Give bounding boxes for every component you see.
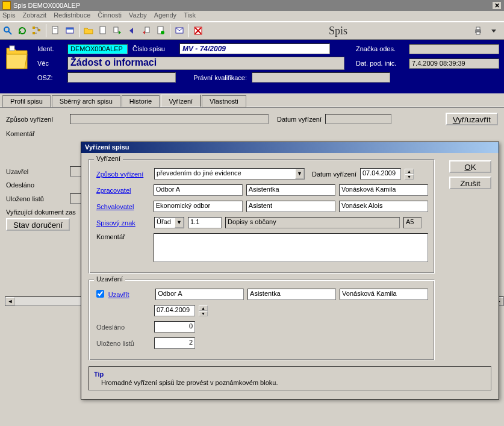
- spis-znak-desc: Dopisy s občany: [225, 217, 400, 228]
- tab-vlastnosti[interactable]: Vlastnosti: [202, 95, 246, 107]
- vyrizeni-group: Vyřízení Způsob vyřízení převedením do j…: [89, 159, 435, 274]
- svg-rect-5: [52, 27, 58, 34]
- tb-card-icon[interactable]: [63, 24, 76, 37]
- svg-point-13: [161, 31, 164, 34]
- pravni-label: Právní kvalifikace:: [181, 74, 247, 81]
- tb-doc2-icon[interactable]: [96, 24, 110, 37]
- schvalovatel-link[interactable]: Schvalovatel: [96, 203, 150, 210]
- pravni-value[interactable]: [252, 72, 390, 83]
- uzavrit-date[interactable]: 07.04.2009: [154, 305, 195, 316]
- uzavrit-link[interactable]: Uzavřít: [108, 291, 152, 298]
- tb-dropdown-icon[interactable]: [487, 24, 500, 37]
- menu-zobrazit[interactable]: Zobrazit: [22, 11, 46, 20]
- znacka-value[interactable]: [409, 44, 499, 54]
- spis-znak-code[interactable]: 1.1: [188, 217, 222, 228]
- menu-cinnosti[interactable]: Činnosti: [98, 11, 122, 20]
- spisovy-znak-link[interactable]: Spisový znak: [96, 219, 151, 227]
- datum-label: Datum vyřízení: [277, 116, 322, 123]
- tb-print-icon[interactable]: [471, 24, 485, 37]
- schvalovatel-role[interactable]: Asistent: [246, 201, 335, 212]
- datum-vyrizeni-field[interactable]: 07.04.2009: [360, 168, 401, 180]
- ident-value: DEMOX000ALEP: [67, 44, 128, 54]
- vyrizeni-dialog: Vyřízení spisu OK Zrušit Vyřízení Způsob…: [81, 142, 499, 399]
- menu-vazby[interactable]: Vazby: [129, 11, 147, 20]
- menu-spis[interactable]: Spis: [2, 11, 15, 20]
- tb-refresh-icon[interactable]: [16, 24, 29, 37]
- ulozeno-label: Uloženo listů: [6, 195, 66, 202]
- header-panel: Ident. DEMOX000ALEP Číslo spisu MV - 74/…: [0, 40, 504, 93]
- datum-vyrizeni-label: Datum vyřízení: [312, 171, 356, 178]
- dialog-cancel-button[interactable]: Zrušit: [449, 177, 491, 189]
- uzavrel-field[interactable]: [70, 166, 82, 177]
- svg-rect-21: [10, 46, 14, 51]
- folder-icon: [5, 45, 29, 72]
- window-close-button[interactable]: ✕: [492, 1, 502, 10]
- zpracovatel-role[interactable]: Asistentka: [246, 184, 335, 196]
- tb-send-icon[interactable]: [173, 24, 186, 37]
- zpracovatel-link[interactable]: Zpracovatel: [96, 187, 150, 194]
- uzavrit-name[interactable]: Vonásková Kamila: [340, 289, 428, 300]
- tip-box: Tip Hromadné vyřízení spisů lze provést …: [89, 366, 491, 390]
- svg-rect-11: [145, 27, 149, 33]
- svg-rect-6: [54, 28, 57, 29]
- chevron-down-icon[interactable]: ▼: [295, 169, 304, 179]
- tab-historie[interactable]: Historie: [122, 95, 160, 107]
- tb-docgreen-icon[interactable]: [154, 24, 167, 37]
- schvalovatel-dept[interactable]: Ekonomický odbor: [154, 201, 243, 212]
- tip-heading: Tip: [94, 371, 486, 378]
- stav-doruceni-button[interactable]: Stav doručení: [6, 218, 70, 231]
- osz-label: OSZ:: [37, 74, 63, 81]
- tb-cancel-icon[interactable]: [191, 24, 205, 37]
- komentar-dlg-label: Komentář: [96, 233, 150, 240]
- tab-sberny[interactable]: Sběrný arch spisu: [52, 95, 120, 107]
- svg-rect-8: [66, 28, 73, 30]
- menubar: Spis Zobrazit Redistribuce Činnosti Vazb…: [0, 11, 504, 22]
- zpusob-combo[interactable]: převedením do jiné evidence ▼: [154, 168, 305, 180]
- tb-back-icon[interactable]: [125, 24, 138, 37]
- tb-tree-icon[interactable]: [30, 24, 43, 37]
- zpracovatel-name[interactable]: Vonásková Kamila: [339, 184, 428, 196]
- datum-field[interactable]: [325, 114, 391, 124]
- vyrizeni-legend: Vyřízení: [94, 155, 123, 162]
- vec-value[interactable]: Žádost o informaci: [67, 57, 344, 70]
- datum-spinner[interactable]: ▲▼: [405, 169, 414, 180]
- menu-tisk[interactable]: Tisk: [184, 11, 196, 20]
- tb-movedoc-icon[interactable]: [111, 24, 124, 37]
- menu-redistribuce[interactable]: Redistribuce: [54, 11, 90, 20]
- schvalovatel-name[interactable]: Vonásek Alois: [339, 201, 428, 212]
- uzavreni-group: Uzavření Uzavřít Odbor A Asistentka Voná…: [89, 280, 435, 360]
- odeslano-value[interactable]: 0: [154, 321, 195, 333]
- menu-agendy[interactable]: Agendy: [154, 11, 176, 20]
- komentar-textarea[interactable]: [154, 233, 428, 262]
- vyr-uzavrit-button[interactable]: Vyř/uzavřít: [446, 113, 498, 125]
- tb-folder-icon[interactable]: [82, 24, 95, 37]
- zpusob-field[interactable]: [70, 114, 269, 124]
- uzavrit-dept[interactable]: Odbor A: [155, 289, 244, 300]
- window-titlebar: Spis DEMOX000ALEP ✕: [0, 0, 504, 11]
- tb-movedoc2-icon[interactable]: [140, 24, 153, 37]
- osz-value[interactable]: [67, 72, 176, 83]
- tabstrip: Profil spisu Sběrný arch spisu Historie …: [0, 95, 504, 107]
- zpusob-link[interactable]: Způsob vyřízení: [96, 171, 151, 178]
- svg-rect-2: [33, 27, 35, 29]
- uzavrit-date-spinner[interactable]: ▲▼: [199, 305, 208, 316]
- tb-doc-icon[interactable]: [49, 24, 62, 37]
- tab-vyrizeni[interactable]: Vyřízení: [161, 95, 201, 107]
- zpracovatel-dept[interactable]: Odbor A: [154, 184, 243, 196]
- svg-rect-10: [114, 27, 118, 33]
- dialog-ok-button[interactable]: OK: [449, 160, 491, 173]
- uzavrit-checkbox[interactable]: [96, 290, 104, 298]
- chevron-down-icon[interactable]: ▼: [175, 218, 184, 228]
- uzavrit-role[interactable]: Asistentka: [247, 289, 336, 300]
- tb-search-icon[interactable]: [1, 24, 14, 37]
- svg-rect-19: [476, 27, 480, 30]
- spis-znak-combo[interactable]: Úřad ▼: [154, 217, 184, 228]
- scroll-left-icon[interactable]: ◄: [5, 297, 15, 305]
- tab-profil[interactable]: Profil spisu: [2, 95, 51, 107]
- ulozeno-value[interactable]: 2: [154, 337, 195, 349]
- svg-rect-9: [100, 27, 105, 34]
- cislo-spisu-label: Číslo spisu: [132, 45, 175, 52]
- svg-rect-3: [33, 32, 35, 34]
- ulozeno-field[interactable]: [70, 193, 82, 204]
- svg-rect-4: [38, 29, 40, 31]
